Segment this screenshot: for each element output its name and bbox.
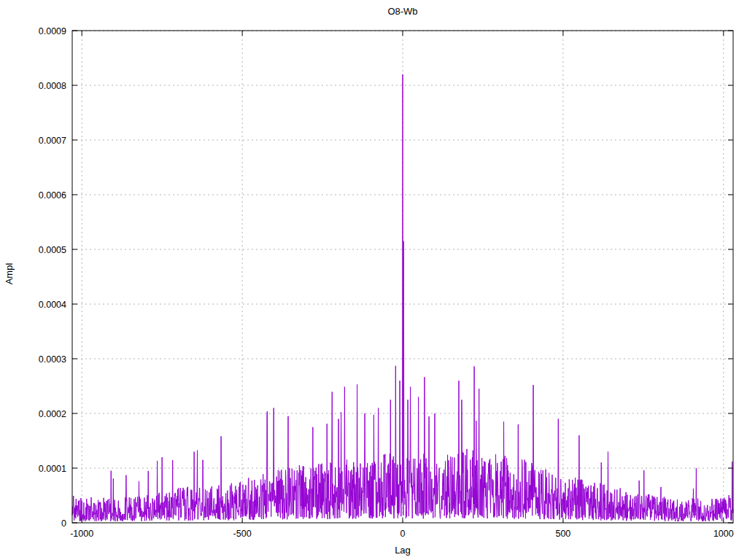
x-tick-label: 500: [555, 529, 570, 539]
x-tick-label: -1000: [70, 529, 93, 539]
y-tick-label: 0.0006: [39, 190, 66, 201]
y-tick-label: 0.0001: [39, 464, 66, 474]
x-tick-label: 1000: [713, 529, 734, 539]
y-tick-label: 0.0008: [39, 81, 66, 91]
y-tick-label: 0: [61, 518, 66, 529]
data-series-line: [72, 74, 733, 521]
y-tick-label: 0.0004: [39, 300, 66, 310]
x-tick-label: -500: [233, 529, 252, 539]
chart-window: O8-Wb Ampl Lag -1000-5000500100000.00010…: [0, 0, 747, 560]
y-tick-label: 0.0003: [39, 354, 66, 365]
chart-canvas: -1000-5000500100000.00010.00020.00030.00…: [0, 0, 747, 560]
y-tick-label: 0.0002: [39, 409, 66, 419]
x-tick-label: 0: [400, 529, 406, 539]
y-tick-label: 0.0007: [39, 136, 66, 146]
y-tick-label: 0.0009: [39, 26, 66, 36]
y-tick-label: 0.0005: [39, 245, 66, 255]
